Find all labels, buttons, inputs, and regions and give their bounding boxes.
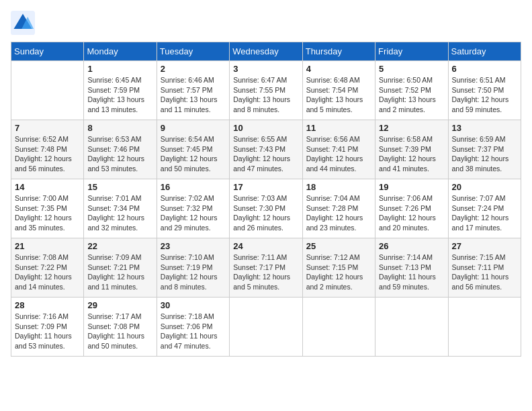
weekday-header-monday: Monday	[84, 42, 157, 61]
day-info: Sunrise: 7:17 AM Sunset: 7:08 PM Dayligh…	[87, 312, 152, 351]
calendar-cell: 30Sunrise: 7:18 AM Sunset: 7:06 PM Dayli…	[157, 298, 229, 357]
day-number: 11	[306, 123, 371, 133]
day-info: Sunrise: 6:58 AM Sunset: 7:39 PM Dayligh…	[379, 134, 444, 174]
day-number: 16	[161, 182, 226, 192]
day-info: Sunrise: 6:46 AM Sunset: 7:57 PM Dayligh…	[161, 75, 226, 115]
logo	[11, 11, 38, 35]
day-number: 12	[379, 123, 444, 133]
day-info: Sunrise: 6:59 AM Sunset: 7:37 PM Dayligh…	[452, 134, 517, 174]
day-number: 21	[15, 241, 80, 251]
calendar-cell: 20Sunrise: 7:07 AM Sunset: 7:24 PM Dayli…	[448, 179, 521, 238]
calendar-cell: 6Sunrise: 6:51 AM Sunset: 7:50 PM Daylig…	[448, 61, 521, 120]
day-info: Sunrise: 7:09 AM Sunset: 7:21 PM Dayligh…	[87, 253, 152, 292]
calendar-cell: 15Sunrise: 7:01 AM Sunset: 7:34 PM Dayli…	[84, 179, 157, 238]
day-info: Sunrise: 6:56 AM Sunset: 7:41 PM Dayligh…	[306, 134, 371, 174]
calendar-cell: 26Sunrise: 7:14 AM Sunset: 7:13 PM Dayli…	[375, 238, 448, 298]
calendar-cell: 13Sunrise: 6:59 AM Sunset: 7:37 PM Dayli…	[448, 120, 521, 179]
day-info: Sunrise: 6:45 AM Sunset: 7:59 PM Dayligh…	[87, 75, 152, 115]
calendar-cell: 12Sunrise: 6:58 AM Sunset: 7:39 PM Dayli…	[375, 120, 448, 179]
day-number: 3	[233, 64, 298, 74]
day-info: Sunrise: 7:06 AM Sunset: 7:26 PM Dayligh…	[379, 193, 444, 233]
day-number: 29	[87, 300, 152, 310]
weekday-header-saturday: Saturday	[448, 42, 521, 61]
day-info: Sunrise: 7:10 AM Sunset: 7:19 PM Dayligh…	[161, 253, 226, 292]
calendar-week-4: 21Sunrise: 7:08 AM Sunset: 7:22 PM Dayli…	[11, 238, 521, 298]
calendar-week-3: 14Sunrise: 7:00 AM Sunset: 7:35 PM Dayli…	[11, 179, 521, 238]
calendar-table: SundayMondayTuesdayWednesdayThursdayFrid…	[11, 42, 521, 357]
day-info: Sunrise: 7:03 AM Sunset: 7:30 PM Dayligh…	[233, 193, 298, 233]
day-info: Sunrise: 7:01 AM Sunset: 7:34 PM Dayligh…	[87, 193, 152, 233]
calendar-week-1: 1Sunrise: 6:45 AM Sunset: 7:59 PM Daylig…	[11, 61, 521, 120]
calendar-cell: 28Sunrise: 7:16 AM Sunset: 7:09 PM Dayli…	[11, 298, 84, 357]
day-info: Sunrise: 6:48 AM Sunset: 7:54 PM Dayligh…	[306, 75, 371, 115]
day-number: 15	[87, 182, 152, 192]
day-number: 2	[161, 64, 226, 74]
day-number: 4	[306, 64, 371, 74]
day-number: 14	[15, 182, 80, 192]
calendar-cell: 9Sunrise: 6:54 AM Sunset: 7:45 PM Daylig…	[157, 120, 229, 179]
calendar-cell: 8Sunrise: 6:53 AM Sunset: 7:46 PM Daylig…	[84, 120, 157, 179]
day-info: Sunrise: 7:02 AM Sunset: 7:32 PM Dayligh…	[161, 193, 226, 233]
weekday-header-thursday: Thursday	[302, 42, 375, 61]
weekday-header-tuesday: Tuesday	[157, 42, 229, 61]
day-number: 18	[306, 182, 371, 192]
day-info: Sunrise: 6:53 AM Sunset: 7:46 PM Dayligh…	[87, 134, 152, 174]
calendar-cell	[448, 298, 521, 357]
calendar-cell: 17Sunrise: 7:03 AM Sunset: 7:30 PM Dayli…	[230, 179, 302, 238]
calendar-cell	[230, 298, 302, 357]
calendar-cell: 11Sunrise: 6:56 AM Sunset: 7:41 PM Dayli…	[302, 120, 375, 179]
calendar-body: 1Sunrise: 6:45 AM Sunset: 7:59 PM Daylig…	[11, 61, 521, 357]
day-info: Sunrise: 7:12 AM Sunset: 7:15 PM Dayligh…	[306, 253, 371, 292]
weekday-header-friday: Friday	[375, 42, 448, 61]
day-number: 28	[15, 300, 80, 310]
calendar-cell: 2Sunrise: 6:46 AM Sunset: 7:57 PM Daylig…	[157, 61, 229, 120]
weekday-header-row: SundayMondayTuesdayWednesdayThursdayFrid…	[11, 42, 521, 61]
page-header	[11, 11, 521, 35]
day-number: 26	[379, 241, 444, 251]
day-number: 8	[87, 123, 152, 133]
weekday-header-wednesday: Wednesday	[230, 42, 302, 61]
calendar-cell: 23Sunrise: 7:10 AM Sunset: 7:19 PM Dayli…	[157, 238, 229, 298]
day-info: Sunrise: 6:54 AM Sunset: 7:45 PM Dayligh…	[161, 134, 226, 174]
calendar-cell: 21Sunrise: 7:08 AM Sunset: 7:22 PM Dayli…	[11, 238, 84, 298]
day-number: 1	[87, 64, 152, 74]
day-number: 20	[452, 182, 517, 192]
calendar-cell: 19Sunrise: 7:06 AM Sunset: 7:26 PM Dayli…	[375, 179, 448, 238]
day-info: Sunrise: 6:50 AM Sunset: 7:52 PM Dayligh…	[379, 75, 444, 115]
day-number: 27	[452, 241, 517, 251]
day-number: 30	[161, 300, 226, 310]
day-info: Sunrise: 7:08 AM Sunset: 7:22 PM Dayligh…	[15, 253, 80, 292]
calendar-cell: 3Sunrise: 6:47 AM Sunset: 7:55 PM Daylig…	[230, 61, 302, 120]
day-number: 25	[306, 241, 371, 251]
calendar-cell: 18Sunrise: 7:04 AM Sunset: 7:28 PM Dayli…	[302, 179, 375, 238]
day-info: Sunrise: 6:47 AM Sunset: 7:55 PM Dayligh…	[233, 75, 298, 115]
day-number: 17	[233, 182, 298, 192]
calendar-cell: 1Sunrise: 6:45 AM Sunset: 7:59 PM Daylig…	[84, 61, 157, 120]
calendar-cell: 27Sunrise: 7:15 AM Sunset: 7:11 PM Dayli…	[448, 238, 521, 298]
day-number: 23	[161, 241, 226, 251]
day-number: 5	[379, 64, 444, 74]
calendar-cell: 5Sunrise: 6:50 AM Sunset: 7:52 PM Daylig…	[375, 61, 448, 120]
day-info: Sunrise: 6:52 AM Sunset: 7:48 PM Dayligh…	[15, 134, 80, 174]
day-number: 19	[379, 182, 444, 192]
calendar-week-2: 7Sunrise: 6:52 AM Sunset: 7:48 PM Daylig…	[11, 120, 521, 179]
day-info: Sunrise: 7:07 AM Sunset: 7:24 PM Dayligh…	[452, 193, 517, 233]
calendar-cell: 14Sunrise: 7:00 AM Sunset: 7:35 PM Dayli…	[11, 179, 84, 238]
calendar-cell: 4Sunrise: 6:48 AM Sunset: 7:54 PM Daylig…	[302, 61, 375, 120]
calendar-cell: 24Sunrise: 7:11 AM Sunset: 7:17 PM Dayli…	[230, 238, 302, 298]
day-number: 22	[87, 241, 152, 251]
day-number: 7	[15, 123, 80, 133]
day-info: Sunrise: 7:15 AM Sunset: 7:11 PM Dayligh…	[452, 253, 517, 292]
day-number: 9	[161, 123, 226, 133]
calendar-cell	[375, 298, 448, 357]
calendar-cell: 16Sunrise: 7:02 AM Sunset: 7:32 PM Dayli…	[157, 179, 229, 238]
day-info: Sunrise: 6:51 AM Sunset: 7:50 PM Dayligh…	[452, 75, 517, 115]
day-info: Sunrise: 7:14 AM Sunset: 7:13 PM Dayligh…	[379, 253, 444, 292]
day-number: 6	[452, 64, 517, 74]
weekday-header-sunday: Sunday	[11, 42, 84, 61]
calendar-cell: 10Sunrise: 6:55 AM Sunset: 7:43 PM Dayli…	[230, 120, 302, 179]
day-number: 10	[233, 123, 298, 133]
calendar-cell	[302, 298, 375, 357]
day-number: 24	[233, 241, 298, 251]
day-info: Sunrise: 6:55 AM Sunset: 7:43 PM Dayligh…	[233, 134, 298, 174]
